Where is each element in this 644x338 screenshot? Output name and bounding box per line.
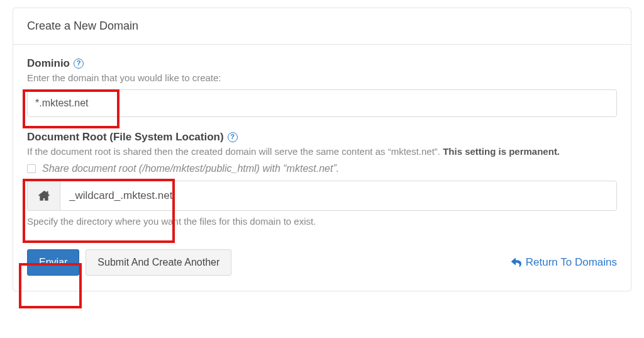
docroot-subtext: Specify the directory where you want the… <box>27 216 617 227</box>
page: Create a New Domain Dominio ? Enter the … <box>0 0 644 338</box>
domain-input[interactable] <box>27 89 617 117</box>
submit-create-another-button[interactable]: Submit And Create Another <box>86 249 231 276</box>
home-icon <box>27 181 60 211</box>
docroot-hint-text: If the document root is shared then the … <box>27 146 443 157</box>
docroot-hint: If the document root is shared then the … <box>27 146 617 157</box>
docroot-hint-bold: This setting is permanent. <box>443 146 560 157</box>
share-docroot-label: Share document root (/home/mktest/public… <box>42 163 339 174</box>
domain-label: Dominio <box>27 57 70 70</box>
help-icon[interactable]: ? <box>228 132 238 142</box>
docroot-label-row: Document Root (File System Location) ? <box>27 131 617 144</box>
docroot-group: Document Root (File System Location) ? I… <box>27 131 617 227</box>
docroot-input-group <box>27 181 617 211</box>
panel-body: Dominio ? Enter the domain that you woul… <box>13 45 631 291</box>
share-docroot-row: Share document root (/home/mktest/public… <box>27 163 617 174</box>
create-domain-panel: Create a New Domain Dominio ? Enter the … <box>13 8 631 291</box>
domain-hint: Enter the domain that you would like to … <box>27 72 617 83</box>
domain-group: Dominio ? Enter the domain that you woul… <box>27 57 617 117</box>
buttons: Enviar Submit And Create Another <box>27 249 231 276</box>
panel-title: Create a New Domain <box>13 8 631 45</box>
share-docroot-checkbox[interactable] <box>27 164 36 173</box>
submit-button[interactable]: Enviar <box>27 249 79 276</box>
docroot-label: Document Root (File System Location) <box>27 131 224 144</box>
return-link-text: Return To Domains <box>526 256 617 269</box>
domain-label-row: Dominio ? <box>27 57 617 70</box>
actions-row: Enviar Submit And Create Another Return … <box>27 249 617 276</box>
help-icon[interactable]: ? <box>74 59 84 69</box>
docroot-input[interactable] <box>60 181 617 211</box>
return-to-domains-link[interactable]: Return To Domains <box>511 256 617 269</box>
reply-arrow-icon <box>511 257 522 268</box>
